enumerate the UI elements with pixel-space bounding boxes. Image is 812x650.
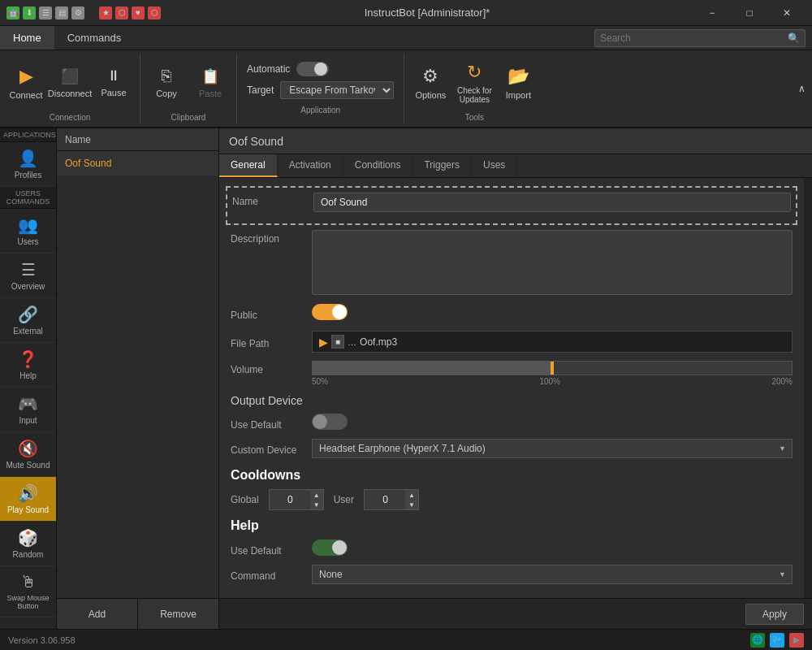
remove-button[interactable]: Remove bbox=[138, 599, 218, 629]
status-icon-twitter[interactable]: 🐦 bbox=[770, 633, 784, 648]
pause-button[interactable]: ⏸ Pause bbox=[93, 55, 135, 110]
user-input[interactable] bbox=[365, 492, 405, 508]
command-select[interactable]: None bbox=[312, 565, 793, 584]
close-button[interactable]: ✕ bbox=[768, 0, 806, 26]
sidebar-item-mute-sound[interactable]: 🔇 Mute Sound bbox=[0, 432, 56, 477]
help-use-default-toggle-knob bbox=[332, 540, 347, 555]
menu-tab-home[interactable]: Home bbox=[0, 26, 54, 50]
apply-button[interactable]: Apply bbox=[745, 604, 804, 625]
global-spin-down[interactable]: ▼ bbox=[310, 500, 323, 509]
disconnect-button[interactable]: ⬛ Disconnect bbox=[49, 55, 91, 110]
form-side-scrollbar[interactable] bbox=[804, 178, 812, 598]
use-default-toggle[interactable] bbox=[312, 414, 348, 430]
custom-device-select[interactable]: Headset Earphone (HyperX 7.1 Audio) bbox=[312, 439, 793, 458]
copy-label: Copy bbox=[156, 89, 177, 98]
cooldowns-header: Cooldowns bbox=[231, 468, 793, 483]
minimize-button[interactable]: − bbox=[693, 0, 731, 26]
tab-conditions[interactable]: Conditions bbox=[343, 154, 413, 177]
copy-button[interactable]: ⎘ Copy bbox=[145, 55, 188, 110]
stop-file-button[interactable]: ■ bbox=[331, 335, 344, 349]
description-input[interactable] bbox=[312, 230, 793, 295]
public-toggle-knob bbox=[332, 305, 347, 319]
ribbon-collapse-button[interactable]: ∧ bbox=[792, 54, 812, 124]
check-updates-icon: ↻ bbox=[467, 62, 482, 83]
tab-general[interactable]: General bbox=[219, 154, 278, 177]
volume-mark-100: 100% bbox=[539, 377, 560, 386]
app-icon-9: ⬡ bbox=[148, 6, 161, 20]
sidebar-item-random[interactable]: 🎲 Random bbox=[0, 522, 56, 566]
global-spin-buttons: ▲ ▼ bbox=[310, 490, 323, 509]
command-item-oof-sound[interactable]: Oof Sound bbox=[57, 151, 218, 176]
tab-triggers[interactable]: Triggers bbox=[412, 154, 472, 177]
name-label: Name bbox=[232, 193, 313, 207]
sidebar-item-profiles[interactable]: 👤 Profiles bbox=[0, 142, 56, 187]
automatic-toggle-knob bbox=[314, 63, 327, 76]
sidebar-item-help[interactable]: ❓ Help bbox=[0, 343, 56, 388]
status-icon-web[interactable]: 🌐 bbox=[750, 633, 765, 648]
sidebar-item-overview[interactable]: ☰ Overview bbox=[0, 254, 56, 298]
automatic-toggle[interactable] bbox=[296, 62, 329, 76]
user-spinner: ▲ ▼ bbox=[364, 489, 419, 510]
global-spinner: ▲ ▼ bbox=[269, 489, 324, 510]
filepath-value: ▶ ■ … Oof.mp3 bbox=[312, 331, 793, 353]
name-input[interactable] bbox=[313, 193, 791, 212]
description-value bbox=[312, 230, 793, 297]
sidebar-item-help-label: Help bbox=[19, 371, 37, 380]
disconnect-icon: ⬛ bbox=[61, 67, 79, 85]
filepath-text: Oof.mp3 bbox=[360, 336, 785, 348]
app-icon-5: ⚙ bbox=[71, 6, 84, 20]
user-spin-down[interactable]: ▼ bbox=[405, 500, 418, 509]
connect-icon: ▶ bbox=[19, 66, 33, 87]
swap-mouse-icon: 🖱 bbox=[20, 573, 37, 592]
search-input[interactable] bbox=[600, 32, 788, 44]
volume-slider[interactable] bbox=[312, 361, 793, 375]
app-icon-3: ☰ bbox=[39, 6, 52, 20]
menu-tab-commands[interactable]: Commands bbox=[54, 26, 134, 50]
input-icon: 🎮 bbox=[18, 394, 38, 414]
random-icon: 🎲 bbox=[18, 528, 38, 548]
browse-file-button[interactable]: … bbox=[348, 337, 356, 347]
options-label: Options bbox=[415, 90, 446, 100]
paste-button[interactable]: 📋 Paste bbox=[189, 55, 231, 110]
filepath-row-container: File Path ▶ ■ … Oof.mp3 bbox=[231, 331, 793, 353]
volume-mark-50: 50% bbox=[312, 377, 328, 386]
use-default-value bbox=[312, 414, 793, 432]
options-button[interactable]: ⚙ Options bbox=[409, 55, 451, 110]
import-button[interactable]: 📂 Import bbox=[497, 55, 539, 110]
sidebar-section-applications: Applications bbox=[0, 128, 56, 142]
status-icon-play[interactable]: ▶ bbox=[789, 633, 804, 648]
sidebar-item-external[interactable]: 🔗 External bbox=[0, 298, 56, 343]
name-value bbox=[313, 193, 791, 212]
content-title: Oof Sound bbox=[229, 135, 283, 148]
check-updates-button[interactable]: ↻ Check forUpdates bbox=[453, 55, 495, 110]
target-select[interactable]: Escape From Tarkov bbox=[280, 81, 394, 99]
sidebar-item-play-sound[interactable]: 🔊 Play Sound bbox=[0, 477, 56, 522]
user-spin-up[interactable]: ▲ bbox=[405, 490, 418, 500]
sidebar-item-users[interactable]: 👥 Users bbox=[0, 209, 56, 254]
sidebar-section-users-commands: Users Commands bbox=[0, 187, 56, 209]
filepath-display: ▶ ■ … Oof.mp3 bbox=[312, 331, 793, 353]
global-input[interactable] bbox=[270, 492, 310, 508]
public-toggle[interactable] bbox=[312, 304, 348, 320]
sidebar-item-swap-mouse-button[interactable]: 🖱 Swap Mouse Button bbox=[0, 566, 56, 618]
global-label: Global bbox=[231, 494, 259, 505]
options-icon: ⚙ bbox=[422, 66, 438, 87]
tab-activation[interactable]: Activation bbox=[278, 154, 343, 177]
sidebar-item-input[interactable]: 🎮 Input bbox=[0, 388, 56, 432]
description-row: Description bbox=[231, 230, 793, 297]
use-default-row: Use Default bbox=[231, 414, 793, 432]
application-group-label: Application bbox=[247, 104, 394, 116]
connect-button[interactable]: ▶ Connect bbox=[5, 55, 47, 110]
left-panel: Name Oof Sound Add Remove bbox=[57, 128, 219, 629]
global-spin-up[interactable]: ▲ bbox=[310, 490, 323, 500]
add-button[interactable]: Add bbox=[57, 599, 138, 629]
help-use-default-label: Use Default bbox=[231, 542, 312, 557]
tab-uses[interactable]: Uses bbox=[472, 154, 517, 177]
play-file-button[interactable]: ▶ bbox=[319, 336, 328, 349]
automatic-label: Automatic bbox=[247, 63, 290, 75]
maximize-button[interactable]: □ bbox=[731, 0, 768, 26]
sidebar-item-play-sound-label: Play Sound bbox=[7, 505, 49, 514]
volume-slider-thumb bbox=[551, 362, 554, 375]
search-area: 🔍 bbox=[594, 29, 806, 47]
help-use-default-toggle[interactable] bbox=[312, 540, 348, 556]
